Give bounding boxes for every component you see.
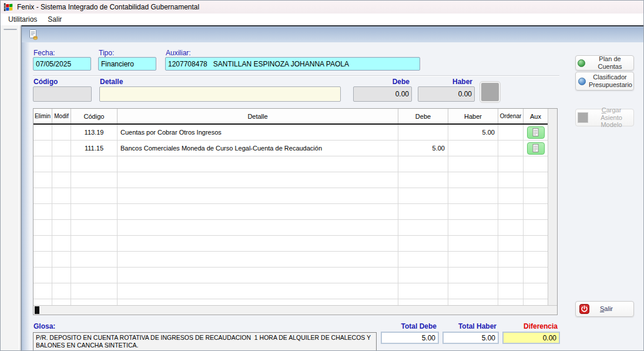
header-detalle: Detalle bbox=[118, 109, 398, 123]
haber-entry-field[interactable] bbox=[418, 86, 475, 102]
tipo-label: Tipo: bbox=[99, 49, 114, 57]
codigo-entry-field[interactable] bbox=[33, 86, 92, 102]
header-codigo: Código bbox=[71, 109, 118, 123]
title-bar: Fenix - Sistema Integrado de Contabilida… bbox=[1, 1, 644, 14]
fecha-field[interactable] bbox=[33, 57, 91, 71]
table-empty-row[interactable] bbox=[33, 236, 548, 252]
header-elimin: Elimin bbox=[33, 109, 52, 123]
header-modif: Modif bbox=[52, 109, 71, 123]
aux-button[interactable] bbox=[527, 142, 545, 155]
splitter-grip[interactable] bbox=[4, 29, 17, 30]
diferencia-field[interactable] bbox=[502, 332, 560, 344]
debe-entry-label: Debe bbox=[353, 78, 410, 86]
power-icon bbox=[579, 304, 589, 314]
header-haber: Haber bbox=[448, 109, 498, 123]
table-row[interactable]: 113.19 Cuentas por Cobrar Otros Ingresos… bbox=[33, 125, 548, 141]
menu-salir[interactable]: Salir bbox=[42, 14, 67, 25]
header-debe: Debe bbox=[398, 109, 448, 123]
tipo-field[interactable] bbox=[98, 57, 156, 71]
separator-line bbox=[33, 75, 559, 76]
total-debe-field[interactable] bbox=[381, 332, 439, 344]
plan-de-cuentas-button[interactable]: Plan de Cuentas bbox=[575, 55, 634, 71]
cell-codigo: 111.15 bbox=[71, 141, 118, 156]
header-ordenar: Ordenar bbox=[498, 109, 524, 123]
table-empty-row[interactable] bbox=[33, 252, 548, 268]
cell-detalle: Cuentas por Cobrar Otros Ingresos bbox=[118, 125, 398, 141]
app-icon bbox=[4, 2, 13, 12]
cell-debe bbox=[398, 125, 448, 141]
blue-sphere-icon bbox=[578, 78, 586, 85]
cell-detalle: Bancos Comerciales Moneda de Curso Legal… bbox=[118, 141, 398, 156]
auxiliar-label: Auxiliar: bbox=[166, 49, 191, 57]
table-empty-row[interactable] bbox=[33, 172, 548, 188]
menu-bar: Utilitarios Salir bbox=[1, 14, 644, 25]
table-row[interactable]: 111.15 Bancos Comerciales Moneda de Curs… bbox=[33, 141, 548, 156]
total-haber-field[interactable] bbox=[442, 332, 499, 344]
cell-haber: 5.00 bbox=[448, 125, 498, 141]
app-window: Fenix - Sistema Integrado de Contabilida… bbox=[0, 0, 644, 351]
table-vertical-scrollbar[interactable] bbox=[548, 109, 557, 305]
left-collapsed-panel[interactable] bbox=[1, 25, 21, 351]
table-empty-row[interactable] bbox=[33, 268, 548, 283]
debe-entry-field[interactable] bbox=[353, 86, 412, 102]
salir-button[interactable]: Salir bbox=[575, 301, 634, 317]
table-body: 113.19 Cuentas por Cobrar Otros Ingresos… bbox=[33, 125, 548, 305]
table-empty-row[interactable] bbox=[33, 204, 548, 220]
table-empty-row[interactable] bbox=[33, 188, 548, 204]
haber-entry-label: Haber bbox=[418, 78, 472, 86]
fecha-label: Fecha: bbox=[33, 49, 55, 57]
auxiliar-field[interactable] bbox=[165, 57, 420, 71]
menu-utilitarios[interactable]: Utilitarios bbox=[3, 14, 42, 25]
clasificador-presupuestario-button[interactable]: Clasificador Presupuestario bbox=[575, 72, 634, 91]
panel-left-shading bbox=[22, 42, 30, 351]
entry-action-button[interactable] bbox=[480, 82, 500, 102]
cell-debe: 5.00 bbox=[398, 141, 448, 156]
codigo-entry-label: Código bbox=[33, 78, 58, 86]
cargar-asiento-modelo-button[interactable]: Cargar Asiento Modelo bbox=[575, 109, 634, 126]
diferencia-label: Diferencia bbox=[502, 322, 558, 330]
aux-button[interactable] bbox=[527, 126, 545, 139]
table-horizontal-scrollbar[interactable] bbox=[33, 305, 557, 315]
table-empty-row[interactable] bbox=[33, 220, 548, 236]
journal-table: Elimin Modif Código Detalle Debe Haber O… bbox=[33, 108, 558, 315]
toolbar bbox=[22, 26, 644, 42]
window-title: Fenix - Sistema Integrado de Contabilida… bbox=[17, 3, 199, 11]
horizontal-scrollbar-thumb[interactable] bbox=[35, 306, 39, 314]
glosa-label: Glosa: bbox=[33, 322, 55, 330]
cell-codigo: 113.19 bbox=[71, 125, 118, 141]
note-icon bbox=[532, 144, 539, 152]
green-sphere-icon bbox=[578, 59, 585, 67]
table-header-row: Elimin Modif Código Detalle Debe Haber O… bbox=[33, 109, 548, 125]
document-coins-icon bbox=[28, 29, 39, 41]
table-empty-row[interactable] bbox=[33, 283, 548, 299]
detalle-entry-label: Detalle bbox=[100, 78, 123, 86]
glosa-field[interactable]: P/R. DEPOSITO EN CUENTA ROTATIVA DE INGR… bbox=[33, 332, 377, 351]
header-aux: Aux bbox=[524, 109, 548, 123]
gray-square-icon bbox=[578, 112, 588, 123]
cell-haber bbox=[448, 141, 498, 156]
new-entry-button[interactable] bbox=[26, 28, 41, 41]
total-debe-label: Total Debe bbox=[381, 322, 437, 330]
detalle-entry-field[interactable] bbox=[99, 86, 341, 102]
table-empty-row[interactable] bbox=[33, 299, 548, 305]
table-empty-row[interactable] bbox=[33, 156, 548, 172]
total-haber-label: Total Haber bbox=[442, 322, 497, 330]
note-icon bbox=[532, 128, 539, 136]
